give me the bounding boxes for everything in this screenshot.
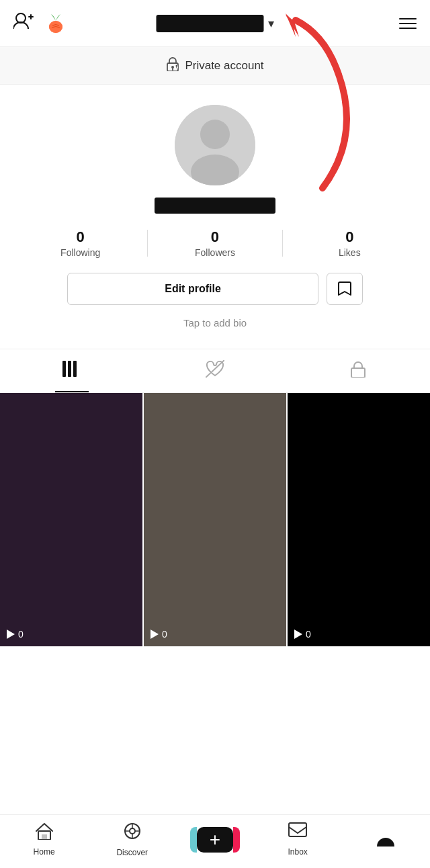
followers-count: 0 — [211, 228, 219, 246]
following-stat[interactable]: 0 Following — [13, 228, 147, 258]
play-count-3: 0 — [306, 629, 311, 640]
likes-count: 0 — [345, 228, 353, 246]
nav-home[interactable]: Home — [21, 822, 68, 857]
play-icon-3 — [294, 630, 302, 639]
add-user-icon[interactable] — [13, 11, 34, 35]
svg-rect-17 — [73, 361, 77, 377]
bookmark-button[interactable] — [327, 273, 363, 305]
plus-icon: + — [210, 830, 220, 849]
tab-liked[interactable] — [143, 349, 286, 392]
action-buttons: Edit profile — [67, 273, 363, 305]
discover-icon — [123, 822, 142, 845]
following-count: 0 — [77, 228, 85, 246]
followers-stat[interactable]: 0 Followers — [148, 228, 282, 258]
svg-rect-28 — [289, 823, 306, 836]
videos-tab-icon — [62, 361, 81, 381]
nav-inbox[interactable]: Inbox — [274, 822, 321, 857]
play-icon-2 — [150, 630, 159, 639]
content-tabs — [0, 349, 430, 393]
svg-rect-16 — [68, 361, 71, 377]
carrot-app-icon[interactable] — [44, 12, 67, 35]
likes-label: Likes — [339, 247, 361, 258]
likes-stat[interactable]: 0 Likes — [283, 228, 417, 258]
svg-point-23 — [130, 828, 135, 834]
video-grid: 0 0 0 — [0, 393, 430, 646]
private-tab-icon — [350, 360, 366, 382]
lock-badge-icon — [166, 56, 179, 75]
bottom-navigation: Home Discover + — [0, 814, 430, 868]
followers-label: Followers — [195, 247, 235, 258]
home-icon — [35, 822, 54, 844]
nav-create[interactable]: + — [197, 827, 233, 853]
stats-row: 0 Following 0 Followers 0 Likes — [13, 228, 417, 258]
tab-private[interactable] — [287, 349, 430, 392]
home-label: Home — [34, 847, 55, 857]
nav-left — [13, 11, 67, 35]
video-cell-2[interactable]: 0 — [144, 393, 286, 646]
play-icon-1 — [7, 630, 15, 639]
video-cell-3[interactable]: 0 — [288, 393, 430, 646]
profile-icon — [376, 828, 395, 851]
hamburger-menu-icon[interactable] — [399, 18, 417, 29]
bio-placeholder[interactable]: Tap to add bio — [183, 317, 247, 329]
play-count-1: 0 — [18, 629, 24, 640]
inbox-icon — [288, 822, 307, 844]
video-play-info-3: 0 — [294, 629, 311, 640]
svg-rect-15 — [62, 361, 66, 377]
play-count-2: 0 — [162, 629, 167, 640]
video-play-info-1: 0 — [7, 629, 24, 640]
video-cell-1[interactable]: 0 — [0, 393, 142, 646]
top-navigation: ▾ — [0, 0, 430, 47]
tab-videos[interactable] — [0, 349, 143, 392]
svg-point-0 — [16, 13, 26, 23]
edit-profile-button[interactable]: Edit profile — [67, 273, 318, 305]
discover-label: Discover — [116, 848, 148, 857]
nav-profile[interactable] — [362, 828, 409, 851]
svg-point-29 — [377, 838, 394, 847]
video-play-info-2: 0 — [150, 629, 167, 640]
nav-discover[interactable]: Discover — [109, 822, 156, 857]
liked-tab-icon — [206, 360, 224, 382]
inbox-label: Inbox — [288, 847, 307, 857]
red-arrow-annotation — [188, 13, 390, 202]
svg-rect-21 — [42, 834, 47, 840]
following-label: Following — [60, 247, 100, 258]
svg-rect-19 — [351, 368, 365, 378]
